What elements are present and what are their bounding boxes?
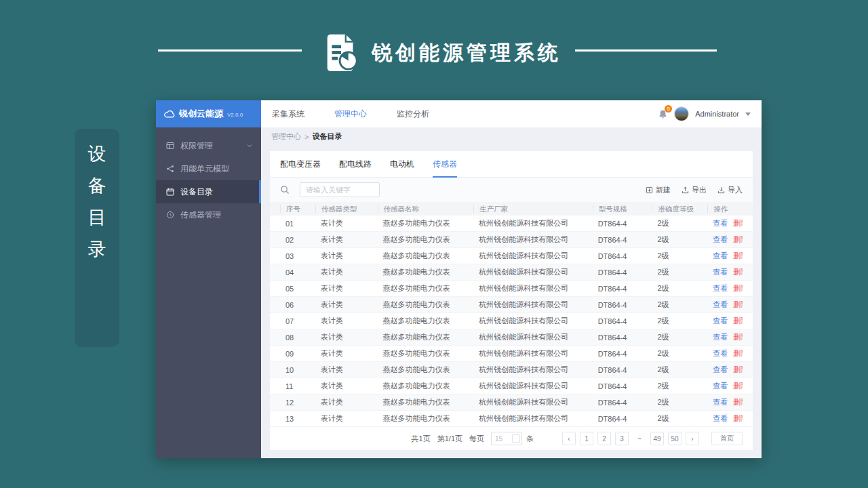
view-link[interactable]: 查看: [713, 349, 728, 357]
table-row: 01表计类燕赵多功能电力仪表杭州锐创能源科技有限公司DT864-42级查看删除: [270, 216, 753, 232]
column-header-序号: 序号: [280, 205, 315, 213]
nav-item-监控分析[interactable]: 监控分析: [397, 108, 429, 120]
cell-型号规格: DT864-4: [593, 220, 652, 228]
view-link[interactable]: 查看: [713, 414, 728, 422]
cell-型号规格: DT864-4: [593, 382, 652, 390]
cell-型号规格: DT864-4: [593, 236, 652, 244]
toolbar-button-导出[interactable]: 导出: [682, 185, 707, 195]
view-link[interactable]: 查看: [713, 251, 728, 260]
view-link[interactable]: 查看: [713, 235, 728, 243]
delete-link[interactable]: 删除: [733, 414, 743, 422]
delete-link[interactable]: 删除: [733, 251, 743, 260]
tab-电动机[interactable]: 电动机: [390, 159, 414, 177]
search-input[interactable]: [300, 182, 380, 197]
per-page-stepper-icon[interactable]: [512, 434, 520, 443]
cell-型号规格: DT864-4: [593, 366, 652, 374]
view-link[interactable]: 查看: [713, 219, 728, 227]
breadcrumb-parent[interactable]: 管理中心: [271, 131, 301, 142]
cell-准确度等级: 2级: [652, 332, 707, 342]
cell-传感器名称: 燕赵多功能电力仪表: [378, 300, 474, 310]
view-link[interactable]: 查看: [713, 333, 728, 341]
nav-item-采集系统[interactable]: 采集系统: [272, 108, 304, 120]
delete-link[interactable]: 删除: [733, 268, 743, 276]
cell-传感器类型: 表计类: [315, 316, 378, 326]
nav-item-管理中心[interactable]: 管理中心: [334, 108, 367, 120]
page-button-50[interactable]: 50: [668, 432, 682, 445]
next-page-button[interactable]: ›: [686, 432, 699, 445]
per-page-input[interactable]: [492, 435, 512, 443]
view-link[interactable]: 查看: [713, 268, 728, 276]
column-header-型号规格: 型号规格: [593, 205, 652, 213]
delete-link[interactable]: 删除: [733, 300, 743, 308]
cell-传感器名称: 燕赵多功能电力仪表: [378, 267, 474, 277]
delete-link[interactable]: 删除: [733, 349, 743, 357]
view-link[interactable]: 查看: [713, 300, 728, 308]
page-ellipsis: ~: [633, 432, 646, 445]
delete-link[interactable]: 删除: [733, 365, 743, 373]
app-version: V2.0.0: [227, 112, 243, 118]
caret-down-icon[interactable]: [745, 113, 751, 116]
document-chart-icon: [320, 31, 362, 73]
tab-传感器[interactable]: 传感器: [433, 159, 457, 178]
cell-生产厂家: 杭州锐创能源科技有限公司: [473, 348, 592, 359]
delete-link[interactable]: 删除: [733, 235, 743, 243]
search-icon[interactable]: [280, 185, 290, 195]
delete-link[interactable]: 删除: [733, 317, 743, 325]
pagination-current: 第1/1页: [437, 434, 462, 444]
page-button-49[interactable]: 49: [650, 432, 664, 445]
toolbar-button-label: 新建: [656, 185, 671, 195]
cell-型号规格: DT864-4: [593, 301, 652, 309]
delete-link[interactable]: 删除: [733, 333, 743, 341]
view-link[interactable]: 查看: [713, 317, 728, 325]
side-label-char-0: 设: [88, 145, 106, 163]
delete-link[interactable]: 删除: [733, 219, 743, 227]
delete-link[interactable]: 删除: [733, 398, 743, 406]
cell-生产厂家: 杭州锐创能源科技有限公司: [473, 381, 592, 391]
tab-配电变压器[interactable]: 配电变压器: [280, 159, 321, 177]
cell-型号规格: DT864-4: [593, 285, 652, 293]
toolbar-button-label: 导入: [728, 185, 743, 195]
view-link[interactable]: 查看: [713, 398, 728, 406]
cell-传感器名称: 燕赵多功能电力仪表: [378, 235, 474, 245]
delete-link[interactable]: 删除: [733, 382, 743, 390]
page-button-2[interactable]: 2: [597, 432, 611, 445]
cell-操作: 查看删除: [707, 332, 743, 342]
view-link[interactable]: 查看: [713, 365, 728, 373]
cell-生产厂家: 杭州锐创能源科技有限公司: [473, 251, 592, 261]
table-body: 01表计类燕赵多功能电力仪表杭州锐创能源科技有限公司DT864-42级查看删除0…: [270, 216, 753, 427]
cell-型号规格: DT864-4: [593, 252, 652, 260]
cell-序号: 13: [280, 415, 315, 423]
sidebar-item-设备目录[interactable]: 设备目录: [156, 180, 261, 203]
prev-page-button[interactable]: ‹: [562, 432, 576, 445]
content-card: 配电变压器配电线路电动机传感器 新建导出导入 序号传感器类型传感器名称生产厂家型…: [270, 151, 753, 450]
cell-序号: 08: [280, 333, 315, 342]
user-name[interactable]: Administrator: [695, 110, 739, 118]
toolbar-button-label: 导出: [692, 185, 707, 195]
table-row: 08表计类燕赵多功能电力仪表杭州锐创能源科技有限公司DT864-42级查看删除: [270, 329, 753, 346]
cell-传感器类型: 表计类: [315, 332, 378, 342]
delete-link[interactable]: 删除: [733, 284, 743, 292]
view-link[interactable]: 查看: [713, 382, 728, 390]
cell-操作: 查看删除: [707, 283, 743, 293]
sidebar-item-传感器管理[interactable]: 传感器管理: [156, 203, 261, 226]
cell-生产厂家: 杭州锐创能源科技有限公司: [473, 218, 592, 228]
view-link[interactable]: 查看: [713, 284, 728, 292]
page-button-3[interactable]: 3: [615, 432, 629, 445]
cell-序号: 11: [280, 382, 315, 390]
toolbar-button-导入[interactable]: 导入: [717, 185, 743, 195]
avatar[interactable]: [674, 106, 689, 121]
cell-准确度等级: 2级: [652, 267, 707, 277]
sidebar-item-权限管理[interactable]: 权限管理: [156, 134, 261, 157]
cell-传感器名称: 燕赵多功能电力仪表: [378, 283, 474, 293]
page-button-1[interactable]: 1: [580, 432, 593, 445]
cell-生产厂家: 杭州锐创能源科技有限公司: [473, 300, 592, 310]
cell-生产厂家: 杭州锐创能源科技有限公司: [473, 267, 592, 277]
table-row: 13表计类燕赵多功能电力仪表杭州锐创能源科技有限公司DT864-42级查看删除: [270, 411, 753, 427]
sidebar-item-用能单元模型[interactable]: 用能单元模型: [156, 157, 261, 180]
cell-序号: 02: [280, 236, 315, 244]
first-page-button[interactable]: 首页: [711, 432, 743, 445]
toolbar-button-新建[interactable]: 新建: [646, 185, 671, 195]
cell-生产厂家: 杭州锐创能源科技有限公司: [473, 235, 592, 245]
tab-配电线路[interactable]: 配电线路: [339, 159, 372, 177]
notification-bell-icon[interactable]: 5: [658, 109, 668, 119]
